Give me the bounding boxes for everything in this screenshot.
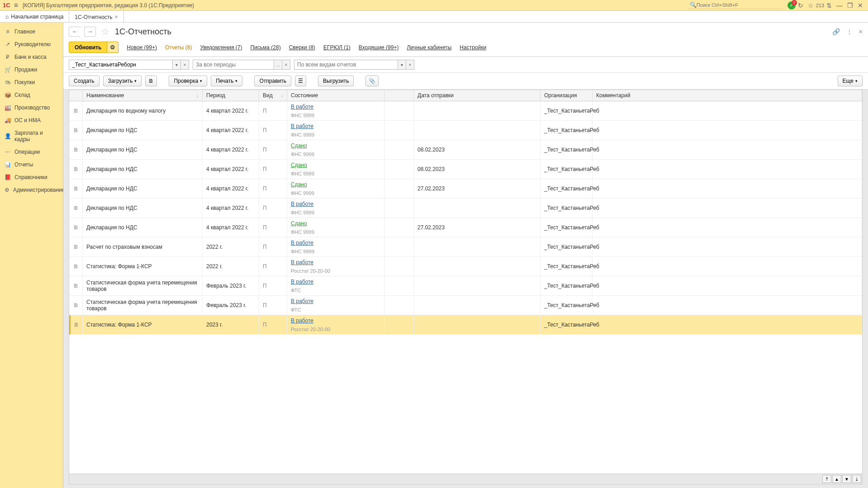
sidebar-item-6[interactable]: 🏭Производство — [0, 101, 63, 114]
global-search[interactable]: 🔍 — [688, 1, 783, 9]
check-button[interactable]: Проверка▾ — [169, 76, 207, 86]
table-row[interactable]: 🗎Статистика: Форма 1-КСР2023 г.ПВ работе… — [69, 315, 862, 335]
more-button[interactable]: Еще▾ — [838, 76, 863, 86]
col-comment[interactable]: Комментарий — [593, 90, 862, 101]
sidebar-item-11[interactable]: 📕Справочники — [0, 171, 63, 184]
table-row[interactable]: 🗎Статистика: Форма 1-КСР2022 г.ПВ работе… — [69, 257, 862, 276]
table-row[interactable]: 🗎Декларация по НДС4 квартал 2022 г.ПВ ра… — [69, 199, 862, 218]
sidebar-item-1[interactable]: ↗Руководителю — [0, 38, 63, 51]
sidebar-item-5[interactable]: 📦Склад — [0, 89, 63, 101]
notification-bell-icon[interactable]: ✓ 2 — [787, 1, 796, 9]
filter-period-input[interactable] — [193, 60, 274, 70]
sidebar-item-12[interactable]: ⚙Администрирование — [0, 184, 63, 196]
status-link[interactable]: В работе — [291, 259, 380, 265]
status-link[interactable]: В работе — [291, 279, 380, 285]
sidebar-item-9[interactable]: ⋯Операции — [0, 146, 63, 158]
table-row[interactable]: 🗎Декларация по НДС4 квартал 2022 г.ПСдан… — [69, 160, 862, 179]
status-link[interactable]: В работе — [291, 123, 380, 129]
history-icon[interactable]: ↻ — [798, 2, 803, 9]
nav-reports[interactable]: Отчеты (8) — [165, 44, 192, 51]
pager-up[interactable]: ▲ — [832, 475, 841, 483]
tab-home[interactable]: ⌂ Начальная страница — [0, 11, 69, 22]
nav-new[interactable]: Новое (99+) — [127, 44, 157, 51]
tab-close-icon[interactable]: × — [115, 14, 118, 20]
nav-forward-button[interactable]: → — [84, 27, 96, 37]
filter-org-input[interactable] — [69, 60, 173, 70]
col-org[interactable]: Организация — [541, 90, 593, 101]
col-name[interactable]: Наименование↓ — [83, 90, 203, 101]
search-input[interactable] — [697, 2, 781, 8]
sidebar-item-4[interactable]: 🛍Покупки — [0, 76, 63, 89]
table-row[interactable]: 🗎Статистическая форма учета перемещения … — [69, 276, 862, 296]
load-button[interactable]: Загрузить▾ — [103, 76, 142, 86]
nav-settings[interactable]: Настройки — [460, 44, 486, 51]
nav-notifications[interactable]: Уведомления (7) — [200, 44, 242, 51]
status-link[interactable]: Сдано — [291, 162, 380, 168]
nav-back-button[interactable]: ← — [69, 27, 81, 37]
sidebar-item-10[interactable]: 📊Отчеты — [0, 158, 63, 171]
more-icon[interactable]: ⋮ — [846, 28, 853, 35]
filter-icon[interactable]: ⇅ — [826, 2, 832, 9]
filter-period-clear[interactable]: × — [282, 60, 290, 70]
reload-file-button[interactable]: 🗎 — [145, 76, 157, 86]
sidebar-item-7[interactable]: 🚚ОС и НМА — [0, 114, 63, 127]
table-row[interactable]: 🗎Декларация по НДС4 квартал 2022 г.ПСдан… — [69, 218, 862, 237]
status-link[interactable]: В работе — [291, 298, 380, 304]
sidebar-item-0[interactable]: ≡Главное — [0, 25, 63, 38]
col-extra[interactable] — [384, 90, 414, 101]
create-button[interactable]: Создать — [69, 76, 100, 86]
table-row[interactable]: 🗎Статистическая форма учета перемещения … — [69, 296, 862, 315]
status-link[interactable]: В работе — [291, 240, 380, 246]
pager-down[interactable]: ▼ — [842, 475, 851, 483]
col-icon[interactable] — [69, 90, 83, 101]
table-row[interactable]: 🗎Декларация по НДС4 квартал 2022 г.ПСдан… — [69, 140, 862, 160]
status-link[interactable]: Сдано — [291, 142, 380, 149]
status-link[interactable]: В работе — [291, 201, 380, 207]
favorite-star-icon[interactable]: ☆ — [101, 26, 109, 37]
pager-first[interactable]: ⤒ — [822, 475, 831, 483]
status-link[interactable]: В работе — [291, 104, 380, 110]
nav-letters[interactable]: Письма (28) — [250, 44, 280, 51]
tab-reporting[interactable]: 1С-Отчетность × — [69, 11, 123, 22]
star-icon[interactable]: ☆ — [808, 2, 814, 9]
table-row[interactable]: 🗎Декларация по НДС4 квартал 2022 г.ПВ ра… — [69, 121, 862, 140]
table-row[interactable]: 🗎Декларация по НДС4 квартал 2022 г.ПСдан… — [69, 179, 862, 199]
table-row[interactable]: 🗎Декларация по водному налогу4 квартал 2… — [69, 101, 862, 121]
pager-last[interactable]: ⤓ — [852, 475, 861, 483]
filter-period-more[interactable]: … — [274, 60, 282, 70]
print-button[interactable]: Печать▾ — [211, 76, 242, 86]
close-icon[interactable]: ✕ — [858, 2, 863, 9]
send-button[interactable]: Отправить — [254, 76, 291, 86]
close-page-icon[interactable]: × — [859, 28, 863, 35]
table-row[interactable]: 🗎Расчет по страховым взносам2022 г.ПВ ра… — [69, 237, 862, 257]
status-link[interactable]: В работе — [291, 317, 380, 324]
send-list-button[interactable]: ☰ — [295, 76, 306, 86]
filter-types-dropdown[interactable]: ▾ — [398, 60, 406, 70]
nav-cabinets[interactable]: Личные кабинеты — [407, 44, 451, 51]
sidebar-item-2[interactable]: ₽Банк и касса — [0, 51, 63, 63]
status-link[interactable]: Сдано — [291, 181, 380, 188]
status-link[interactable]: Сдано — [291, 220, 380, 227]
col-date[interactable]: Дата отправки — [414, 90, 541, 101]
sidebar-item-8[interactable]: 👤Зарплата и кадры — [0, 127, 63, 146]
restore-icon[interactable]: ❐ — [847, 2, 853, 9]
attach-button[interactable]: 📎 — [365, 76, 379, 86]
refresh-gear-button[interactable]: ⚙ — [107, 42, 119, 53]
export-button[interactable]: Выгрузить — [318, 76, 354, 86]
sidebar-item-3[interactable]: 🛒Продажи — [0, 63, 63, 76]
link-icon[interactable]: 🔗 — [832, 28, 840, 35]
filter-types-input[interactable] — [294, 60, 398, 70]
col-type[interactable]: Вид↓ — [259, 90, 287, 101]
filter-org-clear[interactable]: × — [181, 60, 189, 70]
col-status[interactable]: Состояние — [287, 90, 384, 101]
refresh-button[interactable]: Обновить — [69, 42, 107, 53]
filter-org-dropdown[interactable]: ▾ — [173, 60, 181, 70]
nav-incoming[interactable]: Входящие (99+) — [359, 44, 399, 51]
burger-icon[interactable]: ≡ — [14, 1, 18, 9]
filter-types-clear[interactable]: × — [406, 60, 414, 70]
minimize-icon[interactable]: — — [836, 2, 843, 9]
row-comment — [593, 121, 862, 140]
nav-checks[interactable]: Сверки (8) — [289, 44, 315, 51]
col-period[interactable]: Период — [203, 90, 259, 101]
nav-egrul[interactable]: ЕГРЮЛ (1) — [323, 44, 351, 51]
